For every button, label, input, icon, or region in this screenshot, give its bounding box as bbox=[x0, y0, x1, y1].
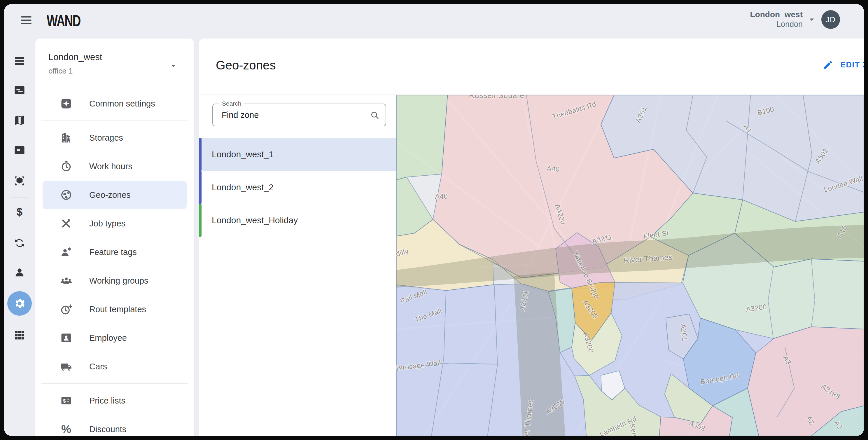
app-window: WAND London_west London JD $ London_west… bbox=[4, 4, 864, 436]
zone-accent-bar bbox=[199, 138, 202, 171]
price-icon: $ bbox=[60, 394, 73, 407]
search-input[interactable] bbox=[213, 104, 385, 126]
rail-sync-icon[interactable] bbox=[11, 235, 28, 251]
rail-person-icon[interactable] bbox=[11, 264, 28, 281]
page-title: Geo-zones bbox=[216, 58, 276, 72]
sidebar-item-job-types[interactable]: Job types bbox=[35, 209, 194, 238]
sidebar-item-employee[interactable]: Employee bbox=[35, 324, 194, 352]
office-switcher-city: London bbox=[750, 20, 803, 29]
sidebar-item-label: Geo-zones bbox=[89, 190, 131, 200]
sidebar-item-label: Price lists bbox=[89, 396, 125, 406]
zone-list: London_west_1London_west_2London_west_Ho… bbox=[199, 138, 396, 237]
rail-list-icon[interactable] bbox=[11, 53, 28, 69]
zone-accent-bar bbox=[199, 171, 202, 204]
office-switcher[interactable]: London_west London bbox=[750, 9, 803, 29]
sidebar-divider bbox=[41, 383, 188, 384]
sidebar-item-cars[interactable]: Cars bbox=[35, 352, 194, 381]
groups-icon bbox=[60, 274, 73, 287]
chevron-down-icon[interactable] bbox=[168, 61, 178, 70]
sidebar-item-discounts[interactable]: %Discounts bbox=[35, 415, 194, 436]
sidebar-item-label: Cars bbox=[89, 362, 107, 372]
geo-zones-map[interactable]: Russell SquareTheobalds RdA201B100A1A40A… bbox=[396, 95, 864, 436]
rail-apps-icon[interactable] bbox=[11, 327, 28, 343]
clock-icon bbox=[60, 160, 73, 173]
zone-list-item[interactable]: London_west_1 bbox=[199, 138, 396, 171]
zone-accent-bar bbox=[199, 204, 202, 237]
sidebar-item-label: Discounts bbox=[89, 424, 126, 434]
truck-icon bbox=[60, 360, 73, 373]
main-panel: Geo-zones EDIT ZONES Search London_west_… bbox=[199, 38, 864, 436]
menu-hamburger-icon[interactable] bbox=[21, 16, 31, 25]
sidebar-item-label: Common settings bbox=[89, 99, 155, 109]
sidebar-item-working-groups[interactable]: Working groups bbox=[35, 266, 194, 295]
search-icon[interactable] bbox=[370, 110, 380, 120]
sidebar-item-rout-templates[interactable]: Rout templates bbox=[35, 295, 194, 324]
rail-calendar-icon[interactable] bbox=[11, 142, 28, 158]
map-label: A201 bbox=[679, 324, 689, 341]
sidebar-item-label: Working groups bbox=[89, 276, 149, 286]
zone-label: London_west_Holiday bbox=[212, 215, 298, 225]
sidebar-item-feature-tags[interactable]: Feature tags bbox=[35, 238, 194, 266]
sidebar-item-geo-zones[interactable]: Geo-zones bbox=[42, 181, 187, 209]
office-switcher-name: London_west bbox=[750, 9, 803, 20]
sidebar-office-sub: office 1 bbox=[49, 66, 73, 76]
zone-list-item[interactable]: London_west_2 bbox=[199, 171, 396, 204]
sidebar-divider bbox=[41, 120, 188, 121]
chevron-down-icon[interactable] bbox=[807, 14, 817, 25]
sidebar-item-price-lists[interactable]: $Price lists bbox=[35, 386, 194, 415]
zone-label: London_west_1 bbox=[212, 149, 274, 159]
sidebar-office-selector[interactable]: London_west office 1 bbox=[35, 38, 194, 89]
sidebar-item-storages[interactable]: Storages bbox=[35, 123, 194, 152]
icon-rail: $ bbox=[4, 38, 35, 436]
sidebar-item-label: Storages bbox=[89, 133, 123, 143]
sidebar-item-label: Employee bbox=[89, 333, 127, 343]
engineer-icon bbox=[60, 246, 73, 259]
pencil-icon bbox=[823, 60, 833, 70]
tools-icon bbox=[60, 217, 73, 230]
avatar[interactable]: JD bbox=[822, 10, 840, 29]
zone-list-item[interactable]: London_west_Holiday bbox=[199, 204, 396, 237]
sidebar-item-label: Job types bbox=[89, 219, 125, 229]
zone-label: London_west_2 bbox=[212, 182, 274, 192]
map-label: A40 bbox=[435, 192, 448, 200]
brand-logo: WAND bbox=[46, 11, 81, 30]
edit-zones-label: EDIT ZONES bbox=[840, 60, 864, 69]
zone-search-field: Search bbox=[212, 104, 386, 126]
rail-assignment-icon[interactable] bbox=[11, 82, 28, 98]
rail-dollar-icon[interactable]: $ bbox=[11, 204, 28, 220]
rail-divider bbox=[10, 320, 29, 320]
sidebar-item-common-settings[interactable]: Common settings bbox=[35, 89, 194, 118]
map-label: A40 bbox=[547, 164, 560, 173]
sidebar-item-label: Feature tags bbox=[89, 247, 137, 257]
map-label: Russell Square bbox=[469, 95, 524, 100]
sidebar-menu: Common settingsStoragesWork hoursGeo-zon… bbox=[35, 89, 194, 436]
svg-text:$: $ bbox=[17, 206, 23, 218]
sidebar-item-work-hours[interactable]: Work hours bbox=[35, 152, 194, 181]
rail-divider bbox=[10, 198, 29, 198]
edit-zones-button[interactable]: EDIT ZONES bbox=[823, 60, 864, 70]
settings-sidebar: London_west office 1 Common settingsStor… bbox=[35, 38, 194, 436]
rail-3d-box-icon[interactable] bbox=[11, 173, 28, 189]
topbar: WAND London_west London JD bbox=[4, 4, 864, 38]
percent-icon: % bbox=[60, 423, 73, 436]
badge-icon bbox=[60, 331, 73, 344]
svg-text:%: % bbox=[61, 423, 71, 435]
rail-map-icon[interactable] bbox=[11, 112, 28, 128]
star-icon bbox=[60, 97, 73, 110]
building-icon bbox=[60, 131, 73, 144]
rail-settings-gear-icon[interactable] bbox=[7, 291, 32, 316]
clockplus-icon bbox=[60, 303, 73, 316]
page-header: Geo-zones EDIT ZONES bbox=[199, 38, 864, 95]
sidebar-office-name: London_west bbox=[49, 52, 102, 62]
globe-icon bbox=[60, 188, 73, 201]
map-canvas: Russell SquareTheobalds RdA201B100A1A40A… bbox=[396, 95, 864, 436]
zone-list-pane: Search London_west_1London_west_2London_… bbox=[199, 95, 396, 436]
sidebar-item-label: Rout templates bbox=[89, 304, 146, 314]
sidebar-item-label: Work hours bbox=[89, 162, 132, 171]
svg-text:$: $ bbox=[63, 398, 66, 404]
